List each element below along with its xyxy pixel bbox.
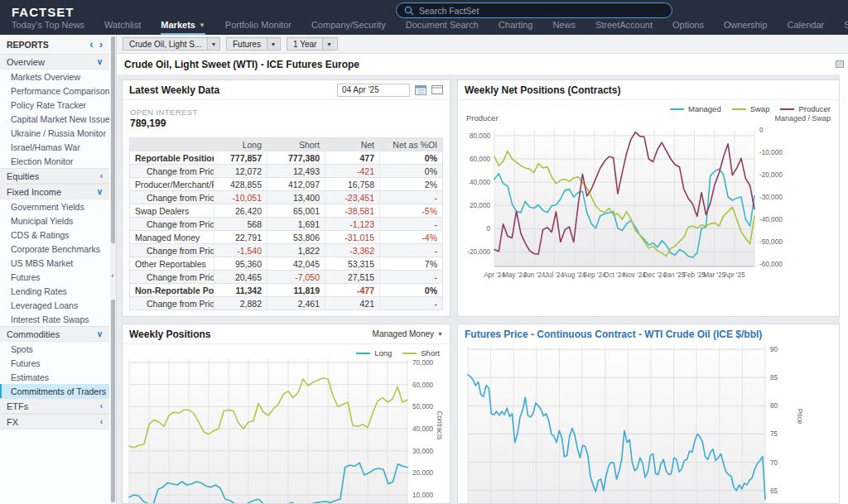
row-label: Change from Prior week xyxy=(130,244,214,257)
sidebar-item-us-mbs-market[interactable]: US MBS Market xyxy=(0,256,109,270)
svg-text:40,000: 40,000 xyxy=(470,179,490,186)
sidebar-item-futures[interactable]: Futures xyxy=(0,270,109,284)
cell-value: - xyxy=(379,244,442,257)
sidebar-item-israel-hamas-war[interactable]: Israel/Hamas War xyxy=(0,140,109,154)
nav-item-streetaccount[interactable]: StreetAccount xyxy=(595,17,653,35)
scrollbar-thumb[interactable] xyxy=(111,300,115,502)
sidebar-item-capital-market-new-issues[interactable]: Capital Market New Issues xyxy=(0,112,109,126)
sidebar-item-leveraged-loans[interactable]: Leveraged Loans xyxy=(0,298,109,312)
cell-value: 2% xyxy=(379,178,442,190)
sidebar-item-policy-rate-tracker[interactable]: Policy Rate Tracker xyxy=(0,98,109,112)
sidebar-item-commitments-of-traders[interactable]: Commitments of Traders xyxy=(0,384,109,398)
section-label: FX xyxy=(7,417,18,427)
nav-item-markets[interactable]: Markets▼ xyxy=(161,17,205,35)
search-bar[interactable] xyxy=(396,2,672,18)
row-label: Change from Prior week xyxy=(130,271,214,283)
sidebar-item-lending-rates[interactable]: Lending Rates xyxy=(0,284,109,298)
sidebar-item-election-monitor[interactable]: Election Monitor xyxy=(0,154,109,168)
sidebar-sections: Overview∨Markets OverviewPerformance Com… xyxy=(0,54,109,430)
nav-item-options[interactable]: Options xyxy=(672,17,704,35)
latest-weekly-data-panel: Latest Weekly Data OPEN INTEREST 789,199… xyxy=(122,79,450,317)
latest-weekly-title: Latest Weekly Data xyxy=(129,84,219,96)
reports-forward-arrow[interactable]: › xyxy=(99,38,103,50)
sidebar-item-markets-overview[interactable]: Markets Overview xyxy=(0,70,109,84)
cell-value: 65,001 xyxy=(267,204,325,217)
sidebar-item-government-yields[interactable]: Government Yields xyxy=(0,199,109,214)
sidebar-section-overview[interactable]: Overview∨ xyxy=(0,54,109,70)
cell-value: -3,362 xyxy=(325,244,379,257)
instrument-value: Crude Oil, Light S... xyxy=(123,38,207,50)
svg-text:Mar '25: Mar '25 xyxy=(703,271,725,279)
sidebar-item-municipal-yields[interactable]: Municipal Yields xyxy=(0,214,109,228)
contract-type-select[interactable]: Futures▼ xyxy=(226,37,281,50)
row-label: Non-Reportable Positions xyxy=(130,284,214,296)
nav-item-today-s-top-news[interactable]: Today's Top News xyxy=(12,17,84,35)
cell-value: 20,465 xyxy=(214,271,267,283)
cell-value: 568 xyxy=(214,218,267,230)
nav-item-screening[interactable]: Screening xyxy=(844,17,848,35)
instrument-select[interactable]: Crude Oil, Light S...▼ xyxy=(123,37,220,50)
main-area: Crude Oil, Light S...▼Futures▼1 Year▼ Cr… xyxy=(117,35,848,504)
sidebar-item-ukraine-russia-monitor[interactable]: Ukraine / Russia Monitor xyxy=(0,126,109,140)
svg-text:10,000: 10,000 xyxy=(412,492,433,499)
futures-price-panel: Futures Price - Continuous Contract - WT… xyxy=(457,324,840,504)
main-scroll-gutter[interactable] xyxy=(840,74,848,504)
section-label: Overview xyxy=(7,57,45,67)
nav-item-company-security[interactable]: Company/Security xyxy=(311,17,386,35)
chevron-down-icon: ▼ xyxy=(437,331,443,337)
expand-chart-icon[interactable] xyxy=(431,85,443,94)
reports-back-arrow[interactable]: ‹ xyxy=(89,38,93,50)
nav-item-watchlist[interactable]: Watchlist xyxy=(104,17,141,35)
nav-item-ownership[interactable]: Ownership xyxy=(724,17,768,35)
sidebar-item-interest-rate-swaps[interactable]: Interest Rate Swaps xyxy=(0,312,109,326)
sidebar: REPORTS ‹› Overview∨Markets OverviewPerf… xyxy=(0,35,117,504)
weekly-positions-panel: Weekly Positions Managed Money ▼ LongSho… xyxy=(122,324,450,504)
nav-item-charting[interactable]: Charting xyxy=(499,17,533,35)
sidebar-item-performance-comparison[interactable]: Performance Comparison xyxy=(0,84,109,98)
search-input[interactable] xyxy=(419,6,664,16)
sidebar-item-cds-ratings[interactable]: CDS & Ratings xyxy=(0,228,109,242)
cell-value: -31,015 xyxy=(325,231,379,243)
sidebar-item-corporate-benchmarks[interactable]: Corporate Benchmarks xyxy=(0,242,109,256)
svg-text:90: 90 xyxy=(770,346,778,353)
table-row: Change from Prior week-1,5401,822-3,362- xyxy=(130,244,442,257)
scrollbar-thumb[interactable] xyxy=(111,36,115,243)
cell-value: -23,451 xyxy=(325,191,379,204)
legend-item-long: Long xyxy=(356,348,392,358)
chevron-left-icon: ‹ xyxy=(100,417,103,426)
sidebar-collapse-handle[interactable]: ‹ xyxy=(109,265,116,286)
period-select[interactable]: 1 Year▼ xyxy=(287,37,338,50)
cell-value: - xyxy=(379,271,442,283)
sidebar-item-spots[interactable]: Spots xyxy=(0,342,109,356)
nav-item-calendar[interactable]: Calendar xyxy=(788,17,825,35)
cell-value: -1,123 xyxy=(325,218,379,230)
svg-text:60,000: 60,000 xyxy=(470,156,490,163)
cell-value: 412,097 xyxy=(267,178,325,190)
page-options-icon[interactable] xyxy=(836,60,844,68)
weekly-positions-title: Weekly Positions xyxy=(129,329,210,340)
nav-item-document-search[interactable]: Document Search xyxy=(406,17,479,35)
date-input[interactable] xyxy=(337,84,410,97)
legend-swatch xyxy=(670,108,684,110)
svg-text:-10,000: -10,000 xyxy=(759,149,783,156)
table-row: Change from Prior week20,465-7,05027,515… xyxy=(130,271,442,284)
reports-header: REPORTS ‹› xyxy=(0,35,109,54)
nav-item-portfolio-monitor[interactable]: Portfolio Monitor xyxy=(225,17,292,35)
cell-value: 2,882 xyxy=(214,297,267,310)
sidebar-section-etfs[interactable]: ETFs‹ xyxy=(0,398,109,414)
legend-item-swap: Swap xyxy=(732,104,770,113)
app-body: REPORTS ‹› Overview∨Markets OverviewPerf… xyxy=(0,35,848,504)
sidebar-section-commodities[interactable]: Commodities∨ xyxy=(0,326,109,342)
positions-type-select[interactable]: Managed Money ▼ xyxy=(373,329,443,338)
cell-value: 0% xyxy=(379,284,442,296)
weekly-positions-legend: LongShort xyxy=(123,344,450,358)
sidebar-section-fixed-income[interactable]: Fixed Income∨ xyxy=(0,184,109,199)
sidebar-section-equities[interactable]: Equities‹ xyxy=(0,168,109,184)
futures-price-title[interactable]: Futures Price - Continuous Contract - WT… xyxy=(465,329,762,340)
sidebar-item-futures[interactable]: Futures xyxy=(0,356,109,370)
cell-value: 13,400 xyxy=(267,191,325,204)
sidebar-item-estimates[interactable]: Estimates xyxy=(0,370,109,384)
nav-item-news[interactable]: News xyxy=(552,17,576,35)
sidebar-section-fx[interactable]: FX‹ xyxy=(0,414,109,430)
calendar-icon[interactable] xyxy=(415,84,426,95)
